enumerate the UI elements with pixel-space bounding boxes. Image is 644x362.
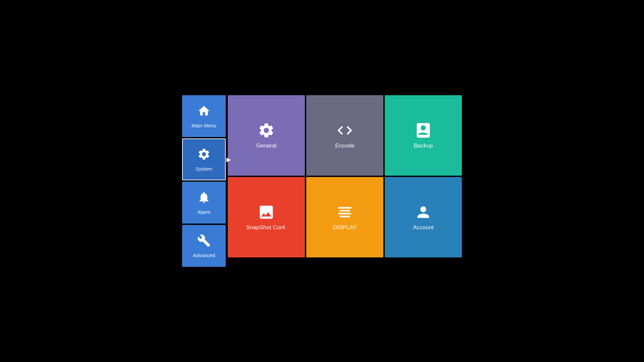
main-container: Main Menu System Alarm <box>182 95 462 267</box>
sidebar: Main Menu System Alarm <box>182 95 226 267</box>
grid-item-account[interactable]: Account <box>385 177 462 257</box>
main-grid: General Encode Backup SnapShot Conf. <box>228 95 462 257</box>
account-icon <box>415 203 432 221</box>
snapshot-icon <box>258 203 275 221</box>
grid-item-display-label: DISPLAY <box>333 224 357 231</box>
grid-item-general-label: General <box>256 142 276 149</box>
sidebar-item-main-menu-label: Main Menu <box>192 123 216 128</box>
sidebar-item-alarm[interactable]: Alarm <box>182 182 226 224</box>
home-icon <box>197 104 211 121</box>
gear-icon <box>258 122 275 139</box>
grid-item-snapshot-label: SnapShot Conf. <box>246 224 286 231</box>
sidebar-item-system-label: System <box>196 166 212 172</box>
grid-item-display[interactable]: DISPLAY <box>306 177 383 257</box>
backup-icon <box>415 122 432 139</box>
grid-item-snapshot[interactable]: SnapShot Conf. <box>228 177 305 257</box>
grid-item-general[interactable]: General <box>228 95 305 176</box>
grid-item-encode-label: Encode <box>335 142 355 149</box>
sidebar-item-alarm-label: Alarm <box>197 209 210 215</box>
grid-item-backup[interactable]: Backup <box>385 95 462 176</box>
sidebar-item-advanced[interactable]: Advanced <box>182 225 226 267</box>
grid-item-account-label: Account <box>413 224 433 231</box>
sidebar-item-main-menu[interactable]: Main Menu <box>182 95 226 137</box>
grid-item-encode[interactable]: Encode <box>306 95 383 176</box>
code-icon <box>336 122 354 139</box>
display-icon <box>336 203 354 221</box>
sidebar-item-advanced-label: Advanced <box>193 252 215 258</box>
wrench-icon <box>197 234 211 250</box>
alarm-icon <box>197 191 211 207</box>
sidebar-item-system[interactable]: System <box>182 138 226 180</box>
settings-icon <box>197 147 211 164</box>
grid-item-backup-label: Backup <box>414 142 433 149</box>
